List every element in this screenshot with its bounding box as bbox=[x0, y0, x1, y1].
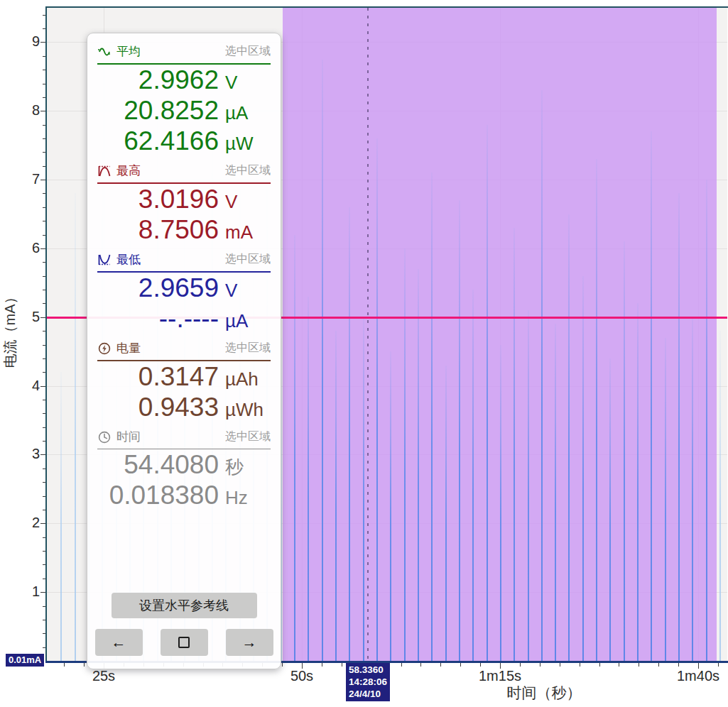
y-tick-label: 3 bbox=[16, 446, 40, 462]
stat-value: 8.7506 bbox=[138, 215, 219, 245]
prev-button[interactable]: ← bbox=[95, 629, 143, 656]
stat-unit: Hz bbox=[225, 487, 271, 509]
stats-section-title: 平均 bbox=[116, 43, 141, 60]
y-axis-minor-tick bbox=[43, 262, 45, 263]
stat-unit: µA bbox=[225, 310, 271, 332]
stats-section-header: 电量选中区域 bbox=[97, 340, 271, 356]
y-axis-minor-tick bbox=[43, 166, 45, 167]
y-axis-major-tick bbox=[40, 386, 45, 387]
x-axis-title: 时间（秒） bbox=[507, 683, 582, 703]
current-spike bbox=[308, 297, 309, 661]
y-axis-minor-tick bbox=[43, 276, 45, 277]
stat-value-row: 2.9659V bbox=[97, 273, 271, 303]
stat-value-row: --.----µA bbox=[97, 304, 271, 334]
cursor-line[interactable] bbox=[367, 8, 369, 661]
current-spike bbox=[376, 138, 378, 661]
clock-icon bbox=[97, 431, 112, 444]
y-tick-label: 5 bbox=[16, 309, 40, 325]
x-axis-minor-tick bbox=[520, 663, 521, 667]
y-axis-minor-tick bbox=[43, 372, 45, 373]
current-spike bbox=[719, 331, 721, 661]
y-axis-minor-tick bbox=[43, 193, 45, 194]
y-tick-label: 2 bbox=[16, 515, 40, 531]
cursor-date: 24/4/10 bbox=[349, 688, 387, 700]
current-spike bbox=[624, 241, 625, 661]
stats-scope-label: 选中区域 bbox=[225, 341, 271, 356]
x-axis-minor-tick bbox=[678, 663, 679, 667]
y-axis-minor-tick bbox=[43, 620, 45, 620]
stat-value: 0.9433 bbox=[138, 393, 219, 422]
y-axis-minor-tick bbox=[43, 633, 45, 634]
y-scale-badge: 0.01mA bbox=[6, 654, 44, 667]
stat-value-row: 2.9962V bbox=[97, 65, 271, 95]
y-axis-minor-tick bbox=[43, 235, 45, 236]
stat-unit: V bbox=[225, 72, 271, 94]
stats-scope-label: 选中区域 bbox=[225, 429, 271, 444]
y-axis-minor-tick bbox=[43, 564, 45, 565]
current-spike bbox=[487, 125, 488, 661]
stats-section-minimum: 最低选中区域2.9659V--.----µA bbox=[97, 251, 271, 334]
set-reference-line-button[interactable]: 设置水平参考线 bbox=[112, 593, 257, 618]
y-tick-label: 9 bbox=[16, 33, 40, 50]
next-button[interactable]: → bbox=[226, 629, 273, 656]
stats-scope-label: 选中区域 bbox=[225, 252, 271, 267]
stat-value: 54.4080 bbox=[124, 450, 219, 480]
y-axis-major-tick bbox=[40, 42, 45, 43]
stat-value-row: 20.8252µA bbox=[97, 96, 271, 126]
current-spike bbox=[75, 193, 76, 661]
y-axis-minor-tick bbox=[43, 606, 45, 607]
y-tick-label: 4 bbox=[16, 378, 40, 394]
chart-border-left bbox=[45, 6, 47, 661]
y-axis-minor-tick bbox=[43, 56, 45, 57]
stats-section-time: 时间选中区域54.4080秒0.018380Hz bbox=[97, 429, 271, 510]
y-tick-label: 7 bbox=[16, 171, 40, 187]
y-tick-label: 6 bbox=[16, 240, 40, 256]
stat-unit: µA bbox=[225, 102, 271, 124]
nav-button-row: ←→ bbox=[95, 629, 273, 656]
cursor-time: 58.3360 bbox=[349, 664, 387, 676]
x-tick-label: 25s bbox=[92, 668, 115, 684]
current-spike bbox=[335, 331, 337, 661]
x-axis-minor-tick bbox=[322, 663, 322, 667]
stats-section-title: 最高 bbox=[116, 163, 141, 179]
y-axis-major-tick bbox=[40, 317, 45, 318]
y-axis-minor-tick bbox=[43, 510, 45, 510]
y-axis-minor-tick bbox=[43, 138, 45, 139]
y-axis-major-tick bbox=[40, 454, 45, 455]
stat-value: 2.9962 bbox=[138, 65, 219, 95]
section-divider bbox=[97, 63, 271, 65]
x-axis-minor-tick bbox=[619, 663, 619, 667]
stat-unit: V bbox=[225, 280, 271, 302]
y-axis-major-tick bbox=[40, 523, 45, 524]
current-spike bbox=[637, 303, 639, 661]
stats-sections: 平均选中区域2.9962V20.8252µA62.4166µW最高选中区域3.0… bbox=[97, 43, 271, 517]
current-spike bbox=[500, 345, 501, 661]
y-axis-minor-tick bbox=[43, 97, 45, 98]
current-spike bbox=[60, 372, 62, 661]
section-divider bbox=[97, 182, 271, 184]
x-axis-minor-tick bbox=[282, 663, 283, 667]
stats-section-header: 时间选中区域 bbox=[97, 429, 271, 445]
stat-unit: V bbox=[225, 191, 271, 213]
current-spike bbox=[363, 317, 364, 661]
section-divider bbox=[97, 360, 271, 361]
y-axis-minor-tick bbox=[43, 70, 45, 70]
y-axis-major-tick bbox=[40, 111, 45, 111]
current-spike bbox=[528, 310, 529, 661]
y-axis-minor-tick bbox=[43, 400, 45, 400]
section-divider bbox=[97, 271, 271, 273]
stat-value-row: 62.4166µW bbox=[97, 126, 271, 156]
stat-value-row: 3.0196V bbox=[97, 185, 271, 214]
stat-value-row: 0.3147µAh bbox=[97, 362, 271, 392]
y-axis-minor-tick bbox=[43, 551, 45, 552]
energy-icon bbox=[97, 342, 112, 355]
current-spike bbox=[472, 290, 474, 661]
y-axis-minor-tick bbox=[43, 84, 45, 84]
y-axis-minor-tick bbox=[43, 496, 45, 497]
stat-unit: 秒 bbox=[225, 455, 271, 480]
y-axis-minor-tick bbox=[43, 427, 45, 428]
y-axis-minor-tick bbox=[43, 468, 45, 469]
stat-value: 2.9659 bbox=[138, 273, 219, 303]
y-axis-minor-tick bbox=[43, 345, 45, 346]
stop-button[interactable] bbox=[161, 629, 208, 656]
